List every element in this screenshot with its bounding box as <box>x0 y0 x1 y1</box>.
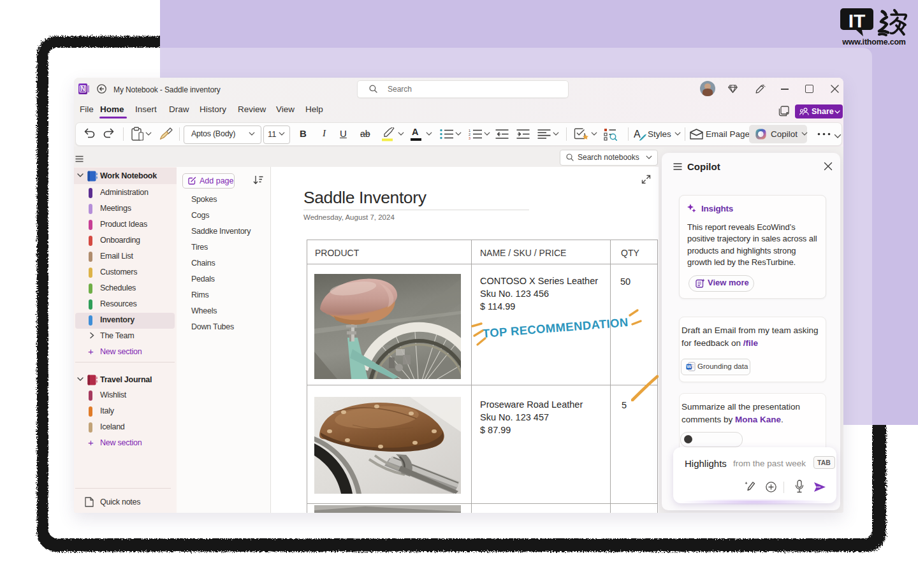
svg-text:A: A <box>634 129 641 140</box>
svg-text:IT: IT <box>849 10 866 31</box>
svg-text:3: 3 <box>469 136 470 140</box>
svg-text:W: W <box>687 364 692 369</box>
svg-text:www.ithome.com: www.ithome.com <box>841 38 906 46</box>
svg-text:N: N <box>80 85 85 92</box>
